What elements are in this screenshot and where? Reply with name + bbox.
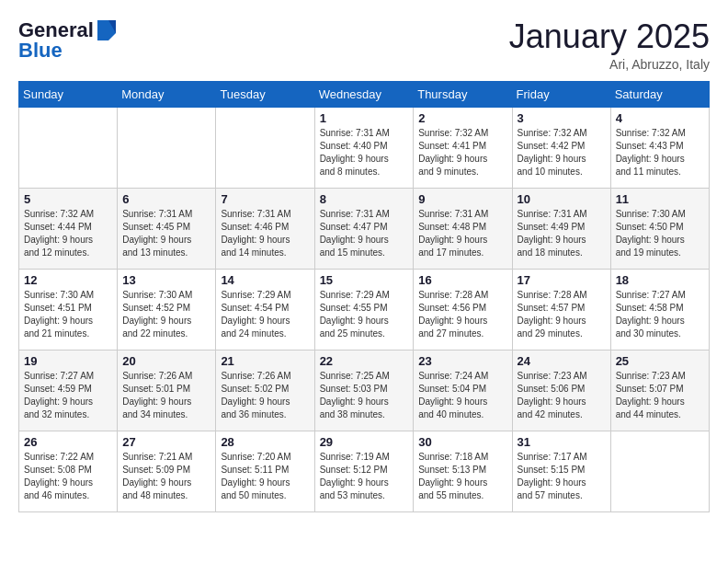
- day-info: Sunrise: 7:21 AM Sunset: 5:09 PM Dayligh…: [122, 451, 210, 502]
- calendar-day-cell: 13Sunrise: 7:30 AM Sunset: 4:52 PM Dayli…: [118, 269, 216, 350]
- day-number: 26: [24, 435, 112, 449]
- day-info: Sunrise: 7:17 AM Sunset: 5:15 PM Dayligh…: [518, 451, 606, 502]
- day-info: Sunrise: 7:31 AM Sunset: 4:48 PM Dayligh…: [418, 208, 506, 259]
- calendar-week-row: 5Sunrise: 7:32 AM Sunset: 4:44 PM Daylig…: [19, 188, 710, 269]
- logo-blue: Blue: [18, 39, 63, 63]
- calendar-day-cell: 5Sunrise: 7:32 AM Sunset: 4:44 PM Daylig…: [19, 188, 118, 269]
- title-block: January 2025 Ari, Abruzzo, Italy: [509, 18, 710, 72]
- calendar-day-cell: 23Sunrise: 7:24 AM Sunset: 5:04 PM Dayli…: [414, 350, 512, 431]
- day-number: 22: [320, 354, 409, 368]
- day-number: 6: [122, 192, 210, 206]
- day-number: 19: [24, 354, 112, 368]
- calendar-table: SundayMondayTuesdayWednesdayThursdayFrid…: [18, 81, 710, 512]
- day-info: Sunrise: 7:30 AM Sunset: 4:51 PM Dayligh…: [24, 289, 112, 340]
- calendar-empty-cell: [19, 107, 118, 188]
- calendar-day-cell: 26Sunrise: 7:22 AM Sunset: 5:08 PM Dayli…: [19, 431, 118, 511]
- calendar-day-cell: 12Sunrise: 7:30 AM Sunset: 4:51 PM Dayli…: [19, 269, 118, 350]
- day-number: 10: [518, 192, 606, 206]
- calendar-day-cell: 4Sunrise: 7:32 AM Sunset: 4:43 PM Daylig…: [610, 107, 709, 188]
- day-info: Sunrise: 7:32 AM Sunset: 4:41 PM Dayligh…: [418, 127, 506, 178]
- day-number: 25: [616, 354, 704, 368]
- calendar-empty-cell: [610, 431, 709, 511]
- calendar-day-cell: 2Sunrise: 7:32 AM Sunset: 4:41 PM Daylig…: [414, 107, 512, 188]
- day-info: Sunrise: 7:26 AM Sunset: 5:02 PM Dayligh…: [221, 370, 309, 421]
- day-number: 8: [320, 192, 409, 206]
- day-number: 29: [320, 435, 409, 449]
- day-number: 4: [616, 111, 704, 125]
- day-number: 21: [221, 354, 309, 368]
- calendar-day-cell: 29Sunrise: 7:19 AM Sunset: 5:12 PM Dayli…: [314, 431, 414, 511]
- weekday-header-friday: Friday: [512, 81, 610, 107]
- day-number: 1: [320, 111, 409, 125]
- calendar-day-cell: 15Sunrise: 7:29 AM Sunset: 4:55 PM Dayli…: [314, 269, 414, 350]
- calendar-day-cell: 3Sunrise: 7:32 AM Sunset: 4:42 PM Daylig…: [512, 107, 610, 188]
- day-info: Sunrise: 7:29 AM Sunset: 4:55 PM Dayligh…: [320, 289, 409, 340]
- weekday-header-row: SundayMondayTuesdayWednesdayThursdayFrid…: [19, 81, 710, 107]
- calendar-empty-cell: [118, 107, 216, 188]
- weekday-header-wednesday: Wednesday: [314, 81, 414, 107]
- day-number: 9: [418, 192, 506, 206]
- calendar-day-cell: 16Sunrise: 7:28 AM Sunset: 4:56 PM Dayli…: [414, 269, 512, 350]
- calendar-day-cell: 19Sunrise: 7:27 AM Sunset: 4:59 PM Dayli…: [19, 350, 118, 431]
- day-number: 18: [616, 273, 704, 287]
- day-number: 11: [616, 192, 704, 206]
- logo-icon: [96, 20, 116, 40]
- calendar-empty-cell: [216, 107, 314, 188]
- page-header: General Blue January 2025 Ari, Abruzzo, …: [18, 18, 710, 72]
- day-number: 31: [518, 435, 606, 449]
- day-number: 23: [418, 354, 506, 368]
- day-info: Sunrise: 7:27 AM Sunset: 4:58 PM Dayligh…: [616, 289, 704, 340]
- calendar-day-cell: 24Sunrise: 7:23 AM Sunset: 5:06 PM Dayli…: [512, 350, 610, 431]
- day-number: 2: [418, 111, 506, 125]
- calendar-day-cell: 25Sunrise: 7:23 AM Sunset: 5:07 PM Dayli…: [610, 350, 709, 431]
- calendar-day-cell: 28Sunrise: 7:20 AM Sunset: 5:11 PM Dayli…: [216, 431, 314, 511]
- day-number: 7: [221, 192, 309, 206]
- location: Ari, Abruzzo, Italy: [509, 57, 710, 72]
- calendar-day-cell: 8Sunrise: 7:31 AM Sunset: 4:47 PM Daylig…: [314, 188, 414, 269]
- day-number: 28: [221, 435, 309, 449]
- calendar-day-cell: 31Sunrise: 7:17 AM Sunset: 5:15 PM Dayli…: [512, 431, 610, 511]
- day-info: Sunrise: 7:31 AM Sunset: 4:45 PM Dayligh…: [122, 208, 210, 259]
- day-info: Sunrise: 7:32 AM Sunset: 4:43 PM Dayligh…: [616, 127, 704, 178]
- calendar-day-cell: 10Sunrise: 7:31 AM Sunset: 4:49 PM Dayli…: [512, 188, 610, 269]
- day-number: 15: [320, 273, 409, 287]
- day-info: Sunrise: 7:25 AM Sunset: 5:03 PM Dayligh…: [320, 370, 409, 421]
- calendar-day-cell: 11Sunrise: 7:30 AM Sunset: 4:50 PM Dayli…: [610, 188, 709, 269]
- calendar-day-cell: 14Sunrise: 7:29 AM Sunset: 4:54 PM Dayli…: [216, 269, 314, 350]
- day-info: Sunrise: 7:31 AM Sunset: 4:49 PM Dayligh…: [518, 208, 606, 259]
- day-info: Sunrise: 7:28 AM Sunset: 4:56 PM Dayligh…: [418, 289, 506, 340]
- logo: General Blue: [18, 18, 116, 63]
- calendar-week-row: 12Sunrise: 7:30 AM Sunset: 4:51 PM Dayli…: [19, 269, 710, 350]
- calendar-day-cell: 22Sunrise: 7:25 AM Sunset: 5:03 PM Dayli…: [314, 350, 414, 431]
- calendar-week-row: 19Sunrise: 7:27 AM Sunset: 4:59 PM Dayli…: [19, 350, 710, 431]
- calendar-week-row: 1Sunrise: 7:31 AM Sunset: 4:40 PM Daylig…: [19, 107, 710, 188]
- calendar-day-cell: 21Sunrise: 7:26 AM Sunset: 5:02 PM Dayli…: [216, 350, 314, 431]
- calendar-day-cell: 18Sunrise: 7:27 AM Sunset: 4:58 PM Dayli…: [610, 269, 709, 350]
- day-info: Sunrise: 7:22 AM Sunset: 5:08 PM Dayligh…: [24, 451, 112, 502]
- day-info: Sunrise: 7:23 AM Sunset: 5:07 PM Dayligh…: [616, 370, 704, 421]
- day-info: Sunrise: 7:19 AM Sunset: 5:12 PM Dayligh…: [320, 451, 409, 502]
- day-info: Sunrise: 7:29 AM Sunset: 4:54 PM Dayligh…: [221, 289, 309, 340]
- day-number: 16: [418, 273, 506, 287]
- calendar-day-cell: 7Sunrise: 7:31 AM Sunset: 4:46 PM Daylig…: [216, 188, 314, 269]
- calendar-day-cell: 20Sunrise: 7:26 AM Sunset: 5:01 PM Dayli…: [118, 350, 216, 431]
- day-info: Sunrise: 7:28 AM Sunset: 4:57 PM Dayligh…: [518, 289, 606, 340]
- day-number: 24: [518, 354, 606, 368]
- day-info: Sunrise: 7:30 AM Sunset: 4:50 PM Dayligh…: [616, 208, 704, 259]
- day-info: Sunrise: 7:27 AM Sunset: 4:59 PM Dayligh…: [24, 370, 112, 421]
- day-number: 17: [518, 273, 606, 287]
- day-number: 5: [24, 192, 112, 206]
- day-number: 14: [221, 273, 309, 287]
- day-info: Sunrise: 7:31 AM Sunset: 4:46 PM Dayligh…: [221, 208, 309, 259]
- day-number: 20: [122, 354, 210, 368]
- calendar-week-row: 26Sunrise: 7:22 AM Sunset: 5:08 PM Dayli…: [19, 431, 710, 511]
- day-info: Sunrise: 7:32 AM Sunset: 4:44 PM Dayligh…: [24, 208, 112, 259]
- weekday-header-tuesday: Tuesday: [216, 81, 314, 107]
- day-number: 12: [24, 273, 112, 287]
- weekday-header-thursday: Thursday: [414, 81, 512, 107]
- weekday-header-monday: Monday: [118, 81, 216, 107]
- day-info: Sunrise: 7:24 AM Sunset: 5:04 PM Dayligh…: [418, 370, 506, 421]
- day-info: Sunrise: 7:18 AM Sunset: 5:13 PM Dayligh…: [418, 451, 506, 502]
- month-title: January 2025: [509, 18, 710, 55]
- day-info: Sunrise: 7:26 AM Sunset: 5:01 PM Dayligh…: [122, 370, 210, 421]
